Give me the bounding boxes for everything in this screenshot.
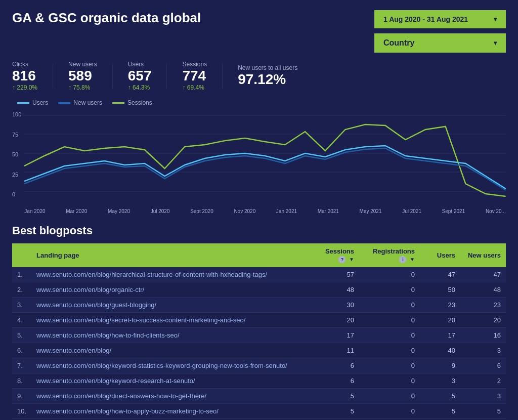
url-cell[interactable]: www.senuto.com/en/blog/guest-blogging/ — [31, 298, 314, 313]
legend-sessions: Sessions — [112, 99, 152, 106]
y-label-50: 50 — [12, 151, 21, 157]
line-chart — [24, 110, 506, 206]
y-label-75: 75 — [12, 132, 21, 138]
y-label-100: 100 — [12, 111, 21, 117]
sessions-sort-icon[interactable]: ▼ — [349, 257, 354, 262]
header-controls: 1 Aug 2020 - 31 Aug 2021 ▾ Country ▾ — [374, 10, 506, 53]
url-cell[interactable]: www.senuto.com/en/blog/hierarchical-stru… — [31, 267, 314, 282]
sessions-cell: 5 — [314, 389, 359, 404]
url-cell[interactable]: www.senuto.com/en/blog/how-to-apply-buzz… — [31, 404, 314, 419]
chevron-down-icon: ▾ — [494, 39, 497, 47]
table-row: 4. www.senuto.com/en/blog/secret-to-succ… — [12, 313, 506, 328]
sessions-change: ↑ 69.4% — [182, 84, 207, 91]
sessions-cell: 6 — [314, 358, 359, 373]
table-row: 3. www.senuto.com/en/blog/guest-blogging… — [12, 298, 506, 313]
new-users-value: 589 — [68, 68, 97, 84]
sessions-cell: 5 — [314, 404, 359, 419]
users-cell: 17 — [420, 328, 460, 343]
users-metric: Users 657 ↑ 64.3% — [128, 61, 152, 91]
registrations-header[interactable]: Registrations i ▼ — [359, 243, 420, 267]
table-row: 10. www.senuto.com/en/blog/how-to-apply-… — [12, 404, 506, 419]
users-cell: 23 — [420, 298, 460, 313]
users-value: 657 — [128, 68, 152, 84]
country-button[interactable]: Country ▾ — [374, 33, 506, 53]
rank-cell: 1. — [12, 267, 31, 282]
rank-header — [12, 243, 31, 267]
x-label-sep2020: Sept 2020 — [190, 208, 213, 214]
url-cell[interactable]: www.senuto.com/en/blog/organic-ctr/ — [31, 282, 314, 298]
rank-cell: 6. — [12, 343, 31, 358]
new-users-label: New users — [68, 61, 97, 68]
sessions-info-icon[interactable]: ? — [338, 256, 346, 263]
users-cell: 3 — [420, 373, 460, 389]
new-users-all-metric: New users to all users 97.12% — [238, 64, 297, 88]
main-container: GA & GSC organic data global 1 Aug 2020 … — [0, 0, 518, 420]
table-header-row: Landing page Sessions ? ▼ Registrations … — [12, 243, 506, 267]
registrations-sort-icon[interactable]: ▼ — [410, 257, 415, 262]
date-range-label: 1 Aug 2020 - 31 Aug 2021 — [383, 15, 468, 23]
registrations-cell: 0 — [359, 328, 420, 343]
x-label-nov2020: Nov 2020 — [234, 208, 255, 214]
rank-cell: 10. — [12, 404, 31, 419]
new-users-cell: 47 — [460, 267, 506, 282]
x-label-may2020: May 2020 — [108, 208, 130, 214]
users-label: Users — [128, 61, 152, 68]
new-users-metric: New users 589 ↑ 75.8% — [68, 61, 97, 91]
users-legend-line — [17, 102, 29, 104]
x-label-jan2021: Jan 2021 — [276, 208, 297, 214]
url-cell[interactable]: www.senuto.com/en/blog/keyword-statistic… — [31, 358, 314, 373]
blogposts-section: Best blogposts Landing page Sessions ? ▼… — [12, 224, 506, 420]
new-users-all-value: 97.12% — [238, 71, 297, 88]
x-label-jul2020: Jul 2020 — [151, 208, 170, 214]
x-label-may2021: May 2021 — [360, 208, 382, 214]
metric-divider — [166, 63, 167, 89]
sessions-cell: 20 — [314, 313, 359, 328]
registrations-info-icon[interactable]: i — [399, 256, 406, 263]
url-cell[interactable]: www.senuto.com/en/blog/ — [31, 343, 314, 358]
table-row: 6. www.senuto.com/en/blog/ 11 0 40 3 — [12, 343, 506, 358]
users-cell: 5 — [420, 404, 460, 419]
registrations-cell: 0 — [359, 313, 420, 328]
x-label-jul2021: Jul 2021 — [402, 208, 421, 214]
x-label-jan2020: Jan 2020 — [24, 208, 45, 214]
chart-container: Users New users Sessions 100 75 50 25 0 — [12, 99, 506, 214]
date-range-button[interactable]: 1 Aug 2020 - 31 Aug 2021 ▾ — [374, 10, 506, 28]
url-cell[interactable]: www.senuto.com/en/blog/secret-to-success… — [31, 313, 314, 328]
rank-cell: 3. — [12, 298, 31, 313]
url-cell[interactable]: www.senuto.com/en/blog/how-to-find-clien… — [31, 328, 314, 343]
rank-cell: 8. — [12, 373, 31, 389]
sessions-cell: 6 — [314, 373, 359, 389]
page-title: GA & GSC organic data global — [12, 10, 201, 26]
registrations-cell: 0 — [359, 373, 420, 389]
new-users-line — [24, 148, 506, 190]
users-cell: 9 — [420, 358, 460, 373]
new-users-cell: 6 — [460, 358, 506, 373]
sessions-header[interactable]: Sessions ? ▼ — [314, 243, 359, 267]
x-label-mar2021: Mar 2021 — [318, 208, 339, 214]
users-cell: 50 — [420, 282, 460, 298]
sessions-cell: 11 — [314, 343, 359, 358]
y-label-25: 25 — [12, 172, 21, 178]
x-label-nov20: Nov 20... — [486, 208, 506, 214]
new-users-cell: 20 — [460, 313, 506, 328]
x-label-sep2021: Sept 2021 — [442, 208, 465, 214]
rank-cell: 9. — [12, 389, 31, 404]
blogposts-tbody: 1. www.senuto.com/en/blog/hierarchical-s… — [12, 267, 506, 419]
sessions-cell: 30 — [314, 298, 359, 313]
users-header[interactable]: Users — [420, 243, 460, 267]
legend-new-users-label: New users — [73, 99, 102, 106]
sessions-metric: Sessions 774 ↑ 69.4% — [182, 61, 207, 91]
table-row: 5. www.senuto.com/en/blog/how-to-find-cl… — [12, 328, 506, 343]
new-users-header[interactable]: New users — [460, 243, 506, 267]
sessions-label: Sessions — [182, 61, 207, 68]
url-cell[interactable]: www.senuto.com/en/blog/keyword-research-… — [31, 373, 314, 389]
users-cell: 5 — [420, 389, 460, 404]
registrations-cell: 0 — [359, 298, 420, 313]
landing-page-header[interactable]: Landing page — [31, 243, 314, 267]
registrations-cell: 0 — [359, 404, 420, 419]
users-cell: 47 — [420, 267, 460, 282]
url-cell[interactable]: www.senuto.com/en/blog/direct-answers-ho… — [31, 389, 314, 404]
rank-cell: 2. — [12, 282, 31, 298]
sessions-legend-line — [112, 102, 124, 104]
metric-divider — [222, 63, 223, 89]
